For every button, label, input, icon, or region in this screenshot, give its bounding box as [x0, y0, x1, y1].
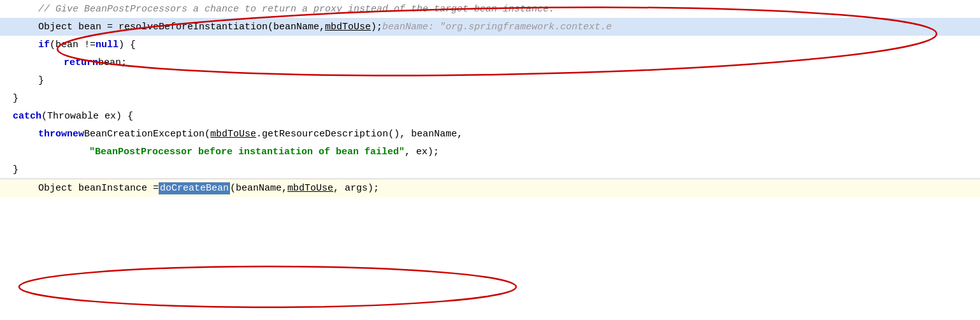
code-line-close-if: } — [0, 71, 980, 89]
ex-param: , ex); — [405, 147, 439, 157]
if-condition: (bean != — [50, 40, 96, 50]
return-bean: bean; — [98, 57, 127, 68]
docreate-params: (beanName, — [230, 183, 287, 194]
code-line-close-catch: } — [0, 161, 980, 178]
kw-null: null — [96, 40, 119, 50]
code-editor: // Give BeanPostProcessors a chance to r… — [0, 0, 980, 320]
code-line-catch: catch (Throwable ex) { — [0, 107, 980, 125]
mbd-to-use-ref1: mbdToUse — [325, 22, 371, 33]
code-line-resolve: Object bean = resolveBeforeInstantiation… — [0, 18, 980, 36]
get-resource: .getResourceDescription(), beanName, — [256, 129, 463, 140]
kw-new: new — [67, 129, 84, 140]
object-keyword: Object bean = resolveBeforeInstantiation… — [38, 22, 325, 33]
svg-point-1 — [19, 266, 516, 307]
code-line-string: "BeanPostProcessor before instantiation … — [0, 143, 980, 161]
kw-catch: catch — [13, 111, 41, 122]
kw-return: return — [64, 57, 98, 68]
close-brace-if: } — [38, 75, 44, 86]
code-line-comment: // Give BeanPostProcessors a chance to r… — [0, 0, 980, 18]
code-line-throw: throw new BeanCreationException(mbdToUse… — [0, 125, 980, 143]
comment-text: // Give BeanPostProcessors a chance to r… — [38, 4, 554, 15]
close-paren1: ); — [371, 22, 382, 33]
inline-hint: beanName: "org.springframework.context.e — [382, 22, 612, 33]
catch-param: (Throwable ex) { — [41, 111, 133, 122]
mbd-to-use-ref2: mbdToUse — [210, 129, 256, 140]
close-brace-catch: } — [13, 164, 18, 175]
mbd-to-use-ref3: mbdToUse — [287, 183, 333, 194]
error-string: "BeanPostProcessor before instantiation … — [89, 147, 405, 157]
if-open: ) { — [119, 40, 136, 50]
code-line-docreate: Object beanInstance = doCreateBean(beanN… — [0, 179, 980, 197]
args-param: , args); — [333, 183, 379, 194]
code-line-if: if (bean != null) { — [0, 36, 980, 54]
do-create-bean-highlight: doCreateBean — [159, 182, 230, 194]
code-line-return: return bean; — [0, 54, 980, 71]
close-brace-try: } — [13, 93, 18, 104]
kw-if: if — [38, 40, 50, 50]
bean-instance-decl: Object beanInstance = — [38, 183, 159, 194]
exception-call: BeanCreationException( — [84, 129, 210, 140]
code-line-close-try: } — [0, 89, 980, 107]
kw-throw: throw — [38, 129, 67, 140]
